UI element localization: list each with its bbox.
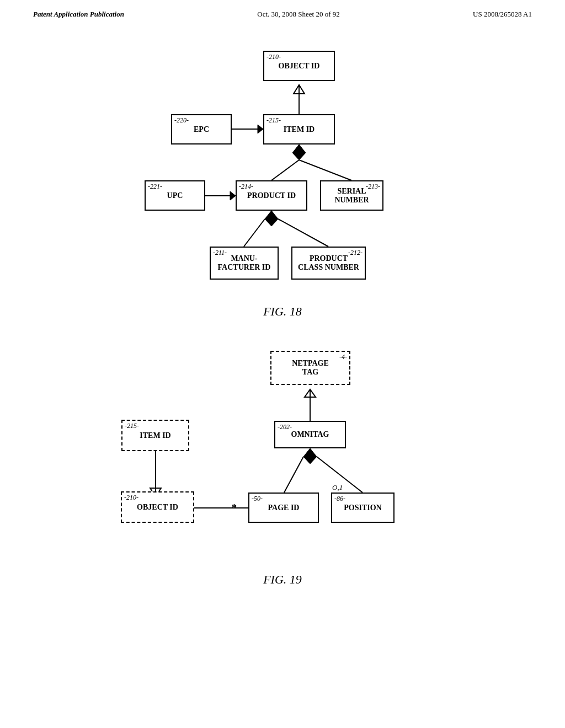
manufacturer-id-ref: -211- — [213, 249, 227, 257]
fig19-diagram: -4- NETPAGETAG -202- OMNITAG -215- ITEM … — [89, 335, 476, 567]
page-header: Patent Application Publication Oct. 30, … — [0, 0, 565, 23]
product-id-ref: -214- — [239, 183, 253, 191]
svg-line-6 — [299, 160, 351, 180]
svg-marker-13 — [305, 389, 316, 397]
product-class-ref: -212- — [348, 249, 363, 257]
netpage-tag-ref: -4- — [339, 353, 347, 361]
svg-marker-8 — [230, 191, 236, 200]
object-id-box: -210- OBJECT ID — [263, 51, 335, 81]
item-id-ref: -215- — [266, 116, 281, 125]
item-id-19-box: -215- ITEM ID — [121, 420, 189, 451]
object-id-19-ref: -210- — [124, 494, 138, 502]
svg-marker-4 — [292, 144, 306, 160]
epc-ref: -220- — [174, 116, 189, 125]
fig18-area: -210- OBJECT ID -215- ITEM ID -220- EPC … — [0, 23, 565, 614]
position-ref: -86- — [334, 495, 345, 503]
object-id-19-box: -210- OBJECT ID — [121, 491, 194, 523]
manufacturer-id-box: -211- MANU-FACTURER ID — [210, 247, 279, 280]
asterisk-annotation: * — [232, 502, 237, 514]
object-id-ref: -210- — [266, 53, 281, 61]
fig19-label: FIG. 19 — [33, 572, 532, 587]
omnitag-box: -202- OMNITAG — [274, 421, 346, 448]
serial-number-ref: -213- — [366, 183, 380, 191]
item-id-19-ref: -215- — [125, 422, 139, 430]
omnitag-ref: -202- — [278, 423, 292, 431]
svg-line-11 — [278, 219, 328, 247]
svg-marker-14 — [303, 448, 317, 464]
fig18-label: FIG. 18 — [33, 304, 532, 319]
svg-marker-1 — [294, 85, 305, 94]
header-patent-number: US 2008/265028 A1 — [473, 10, 532, 19]
product-id-box: -214- PRODUCT ID — [236, 180, 307, 211]
o1-annotation: O,1 — [332, 483, 343, 492]
header-date-sheet: Oct. 30, 2008 Sheet 20 of 92 — [257, 10, 339, 19]
header-publication: Patent Application Publication — [33, 10, 124, 19]
svg-line-15 — [284, 457, 303, 493]
upc-box: -221- UPC — [145, 180, 205, 211]
svg-marker-3 — [258, 125, 263, 133]
upc-ref: -221- — [148, 183, 162, 191]
item-id-box: -215- ITEM ID — [263, 114, 335, 144]
epc-box: -220- EPC — [171, 114, 232, 144]
product-class-number-box: -212- PRODUCTCLASS NUMBER — [291, 247, 366, 280]
svg-line-10 — [244, 219, 265, 247]
position-box: -86- POSITION — [331, 493, 395, 523]
svg-line-5 — [271, 160, 299, 180]
serial-number-box: -213- SERIALNUMBER — [320, 180, 383, 211]
page-id-ref: -50- — [252, 495, 263, 503]
page-id-box: -50- PAGE ID — [248, 493, 319, 523]
svg-marker-9 — [265, 211, 278, 226]
fig18-diagram: -210- OBJECT ID -215- ITEM ID -220- EPC … — [89, 34, 476, 299]
netpage-tag-box: -4- NETPAGETAG — [270, 351, 350, 385]
